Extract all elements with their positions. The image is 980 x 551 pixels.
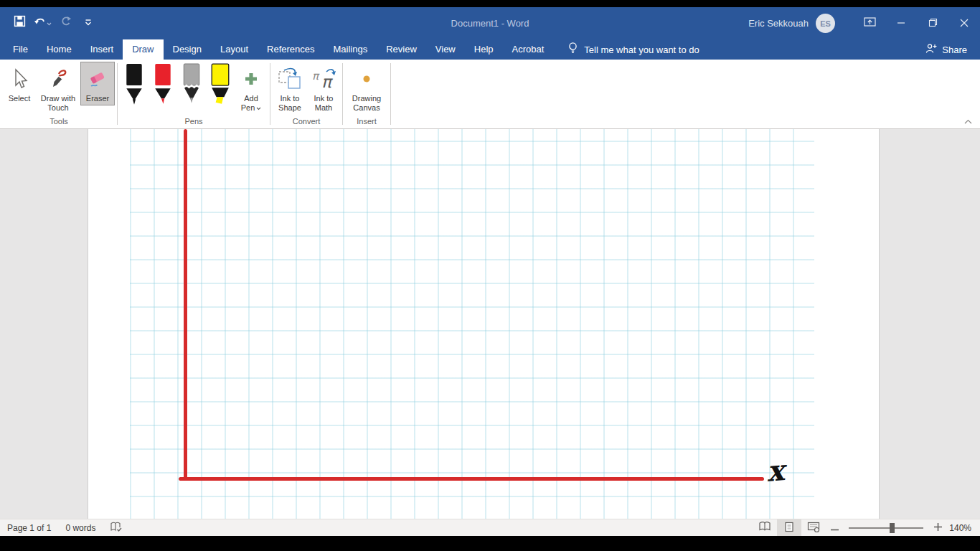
drawing-canvas-icon <box>361 66 372 92</box>
add-pen-plus-icon <box>243 66 259 92</box>
close-button[interactable] <box>948 7 980 39</box>
print-layout-button[interactable] <box>777 519 801 537</box>
eraser-label: Eraser <box>86 94 109 103</box>
web-layout-button[interactable] <box>801 519 826 537</box>
title-bar: Document1 - Word Eric Sekkouah ES <box>0 7 980 39</box>
red-pen-icon <box>151 63 175 109</box>
black-pen-button[interactable] <box>120 62 149 110</box>
share-label: Share <box>942 44 967 55</box>
word-count-status[interactable]: 0 words <box>58 519 103 537</box>
collapse-ribbon-button[interactable] <box>960 115 976 126</box>
add-pen-button[interactable]: Add Pen <box>235 62 268 115</box>
print-layout-icon <box>783 522 795 534</box>
ribbon-display-options-icon <box>864 17 876 30</box>
zoom-out-button[interactable] <box>826 519 843 537</box>
close-icon <box>960 17 969 30</box>
draw-with-touch-label: Draw with Touch <box>39 94 77 113</box>
select-cursor-icon <box>11 66 28 92</box>
share-button[interactable]: Share <box>925 39 967 60</box>
minimize-icon <box>897 17 905 30</box>
ribbon-group-tools: Select Draw with Touch Eraser Tools <box>3 60 115 128</box>
document-page[interactable]: x <box>88 129 880 519</box>
ribbon-draw: Select Draw with Touch Eraser Tools <box>0 60 980 129</box>
group-label-convert: Convert <box>273 117 340 128</box>
x-axis-ink-label: x <box>765 453 785 488</box>
eraser-icon <box>88 66 108 92</box>
zoom-in-button[interactable] <box>929 519 946 537</box>
ribbon-group-convert: Ink to Shape ππ Ink to Math Convert <box>273 60 340 128</box>
drawing-canvas-button[interactable]: Drawing Canvas <box>345 62 388 115</box>
draw-with-touch-icon <box>47 66 69 92</box>
add-pen-label: Add Pen <box>241 94 258 112</box>
tell-me-label: Tell me what you want to do <box>584 44 699 55</box>
ink-stroke-x-axis <box>179 477 764 481</box>
ink-to-math-button[interactable]: ππ Ink to Math <box>307 62 340 115</box>
tab-references[interactable]: References <box>258 39 324 60</box>
ribbon-display-options-button[interactable] <box>854 7 885 39</box>
select-label: Select <box>9 94 31 103</box>
ink-to-shape-label: Ink to Shape <box>276 94 303 113</box>
chevron-down-icon <box>256 103 261 113</box>
share-icon <box>925 43 938 56</box>
read-mode-icon <box>758 522 771 534</box>
tab-acrobat[interactable]: Acrobat <box>503 39 554 60</box>
zoom-slider-track <box>849 527 923 529</box>
chevron-up-icon <box>964 114 972 127</box>
ink-to-shape-button[interactable]: Ink to Shape <box>273 62 307 115</box>
gray-pencil-icon <box>179 63 204 109</box>
bottom-black-strip <box>0 536 980 551</box>
black-pen-icon <box>122 63 146 109</box>
restore-button[interactable] <box>917 7 948 39</box>
minimize-button[interactable] <box>885 7 917 39</box>
ink-to-math-label: Ink to Math <box>311 94 336 113</box>
yellow-highlighter-icon <box>208 63 232 109</box>
tab-file[interactable]: File <box>4 39 37 60</box>
group-label-tools: Tools <box>3 117 115 128</box>
ink-to-shape-icon <box>277 66 303 92</box>
ribbon-group-insert: Drawing Canvas Insert <box>345 60 388 128</box>
ribbon-tab-row: File Home Insert Draw Design Layout Refe… <box>0 39 980 60</box>
graph-paper-grid <box>130 129 814 519</box>
zoom-slider[interactable] <box>849 519 923 537</box>
ink-to-math-icon: ππ <box>311 66 336 92</box>
top-black-strip <box>0 0 980 7</box>
tab-view[interactable]: View <box>426 39 465 60</box>
zoom-percentage[interactable]: 140% <box>946 523 980 533</box>
tab-help[interactable]: Help <box>465 39 503 60</box>
avatar[interactable]: ES <box>816 14 835 33</box>
page-number-status[interactable]: Page 1 of 1 <box>0 519 58 537</box>
select-button[interactable]: Select <box>3 62 36 105</box>
eraser-button[interactable]: Eraser <box>80 62 115 105</box>
read-mode-button[interactable] <box>753 519 777 537</box>
tab-draw[interactable]: Draw <box>123 39 163 60</box>
proofing-book-icon <box>110 522 122 534</box>
tab-review[interactable]: Review <box>377 39 426 60</box>
tell-me-search[interactable]: Tell me what you want to do <box>567 39 699 60</box>
group-label-insert: Insert <box>345 117 388 128</box>
ribbon-group-pens: Add Pen Pens <box>120 60 268 128</box>
proofing-status-button[interactable] <box>103 519 129 537</box>
svg-text:π: π <box>312 70 320 83</box>
group-separator <box>390 63 391 125</box>
plus-icon <box>934 523 942 533</box>
group-separator <box>117 63 118 125</box>
zoom-slider-handle[interactable] <box>890 523 895 533</box>
tab-design[interactable]: Design <box>164 39 211 60</box>
group-separator <box>342 63 343 125</box>
group-separator <box>270 63 270 125</box>
gray-pencil-button[interactable] <box>177 62 206 110</box>
yellow-highlighter-button[interactable] <box>206 62 235 110</box>
tab-layout[interactable]: Layout <box>211 39 258 60</box>
lightbulb-icon <box>567 42 578 57</box>
document-area: x <box>0 129 980 519</box>
user-name: Eric Sekkouah <box>748 18 809 29</box>
group-label-pens: Pens <box>120 117 268 128</box>
drawing-canvas-label: Drawing Canvas <box>349 94 385 113</box>
red-pen-button[interactable] <box>149 62 177 110</box>
tab-mailings[interactable]: Mailings <box>324 39 377 60</box>
ink-stroke-y-axis <box>184 129 187 480</box>
draw-with-touch-button[interactable]: Draw with Touch <box>36 62 80 115</box>
tab-insert[interactable]: Insert <box>81 39 123 60</box>
tab-home[interactable]: Home <box>37 39 81 60</box>
status-bar: Page 1 of 1 0 words <box>0 519 980 536</box>
